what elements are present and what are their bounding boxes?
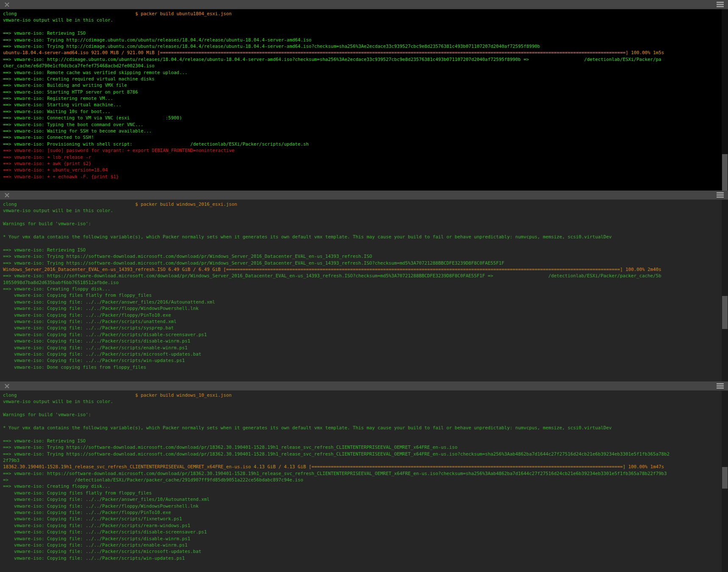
terminal-line: 2f79b3 <box>3 457 728 464</box>
terminal-text-segment: vmware-iso output will be in this color. <box>3 399 113 404</box>
terminal-line: vmware-iso: Copying files flatly from fl… <box>3 292 728 298</box>
terminal-text-segment: clong <box>3 202 17 207</box>
terminal-text-segment: ========================================… <box>160 50 626 55</box>
terminal-text-segment: Warnings for build 'vmware-iso': <box>3 221 91 227</box>
terminal-line: cker_cache/e6d790e1cf0dcbca7fefef75468ac… <box>3 63 728 69</box>
close-icon[interactable] <box>4 383 10 389</box>
terminal-text-segment: /detectionlab/ESXi/Packer/packer_cache/5… <box>548 273 661 279</box>
terminal-text-segment: ==> vmware-iso: Waiting 10s for boot... <box>3 109 111 114</box>
scrollbar[interactable] <box>722 200 728 381</box>
terminal-line: vmware-iso: Copying file: ../../Packer/s… <box>3 338 728 344</box>
terminal-line: Windows_Server_2016_Datacenter_EVAL_en-u… <box>3 266 728 273</box>
terminal-text-segment: ==> vmware-iso: https://software-downloa… <box>3 471 667 476</box>
terminal-text-segment: ==> vmware-iso: Starting HTTP server on … <box>3 89 138 95</box>
menu-icon[interactable] <box>717 2 724 7</box>
terminal-text-segment: /detectionlab/ESXi/Packer/packer_cache/2… <box>75 477 303 483</box>
terminal-text-segment: ==> vmware-iso: Typing the boot command … <box>3 122 144 127</box>
terminal-line: vmware-iso: Copying files flatly from fl… <box>3 490 728 496</box>
terminal-text-segment: ==> vmware-iso: Provisioning with shell … <box>3 141 133 147</box>
terminal-text-segment: ==> vmware-iso: Creating floppy disk... <box>3 286 111 292</box>
terminal-text-segment: ==> vmware-iso: Trying http://cdimage.ub… <box>3 37 311 43</box>
terminal-line: ==> vmware-iso: [sudo] password for vagr… <box>3 147 728 154</box>
terminal-line: vmware-iso: Copying file: ../../Packer/a… <box>3 496 728 503</box>
terminal-text-segment: $ packer build windows_10_esxi.json <box>135 392 232 398</box>
terminal-line: vmware-iso: Copying file: ../../Packer/s… <box>3 345 728 351</box>
terminal-text-segment <box>17 11 136 17</box>
terminal-text-segment: 18362.30.190401-1528.19h1_release_svc_re… <box>3 464 311 470</box>
terminal-line: ==> vmware-iso: Trying https://software-… <box>3 451 728 457</box>
terminal-text-segment: ========================================… <box>311 464 623 470</box>
terminal-text-segment: ==> vmware-iso: Retrieving ISO <box>3 247 86 253</box>
menu-icon[interactable] <box>717 383 724 389</box>
terminal-line: ==> vmware-iso: Retrieving ISO <box>3 438 728 444</box>
terminal-output-ubuntu1804[interactable]: clong $ packer build ubuntu1804_esxi.jso… <box>0 9 728 191</box>
terminal-line: ==> vmware-iso: + + echoawk -F. {print $… <box>3 174 728 180</box>
terminal-line: 1055098d7ba8d2d635babf6bb76518512afbde.i… <box>3 279 728 286</box>
scrollbar-thumb[interactable] <box>722 296 728 329</box>
terminal-line <box>3 24 728 30</box>
terminal-text-segment: vmware-iso: Copying file: ../../Packer/s… <box>3 338 190 344</box>
terminal-line: vmware-iso: Copying file: ../../Packer/s… <box>3 318 728 325</box>
terminal-line: vmware-iso: Copying file: ../../Packer/s… <box>3 536 728 542</box>
terminal-output-windows10[interactable]: clong $ packer build windows_10_esxi.jso… <box>0 391 728 572</box>
terminal-output-windows2016[interactable]: clong $ packer build windows_2016_esxi.j… <box>0 200 728 381</box>
terminal-text-segment: ubuntu-18.04.4-server-amd64.iso 921.00 M… <box>3 50 160 55</box>
terminal-line: ubuntu-18.04.4-server-amd64.iso 921.00 M… <box>3 50 728 56</box>
terminal-line: vmware-iso: Copying file: ../../Packer/s… <box>3 357 728 364</box>
scrollbar-thumb[interactable] <box>722 467 728 489</box>
terminal-text-segment: vmware-iso: Copying file: ../../Packer/f… <box>3 306 199 311</box>
terminal-text-segment: ==> vmware-iso: Trying https://software-… <box>3 445 458 450</box>
terminal-line: vmware-iso output will be in this color. <box>3 207 728 214</box>
terminal-line: vmware-iso: Copying file: ../../Packer/f… <box>3 305 728 312</box>
terminal-text-segment: ==> vmware-iso: [sudo] password for vagr… <box>3 148 234 153</box>
terminal-line: ==> vmware-iso: Connected to SSH! <box>3 134 728 141</box>
terminal-line: vmware-iso: Done copying files from flop… <box>3 364 728 370</box>
terminal-text-segment <box>130 115 166 121</box>
terminal-text-segment: ==> vmware-iso: Building and writing VMX… <box>3 83 127 88</box>
terminal-text-segment: :5900) <box>166 115 182 121</box>
terminal-line: ==> vmware-iso: Retrieving ISO <box>3 247 728 253</box>
terminal-text-segment: /detectionlab/ESXi/Packer/pa <box>584 57 661 62</box>
terminal-line: ==> vmware-iso: Trying http://cdimage.ub… <box>3 37 728 43</box>
terminal-line: vmware-iso: Copying file: ../../Packer/s… <box>3 351 728 357</box>
terminal-line <box>3 418 728 425</box>
terminal-text-segment: vmware-iso output will be in this color. <box>3 208 113 213</box>
scrollbar[interactable] <box>722 391 728 572</box>
terminal-line: vmware-iso output will be in this color. <box>3 398 728 405</box>
scrollbar-thumb[interactable] <box>722 154 728 191</box>
scrollbar[interactable] <box>722 9 728 191</box>
terminal-text-segment: ==> vmware-iso: Starting virtual machine… <box>3 102 122 108</box>
terminal-text-segment: clong <box>3 11 17 17</box>
terminal-line <box>3 405 728 412</box>
terminal-line: vmware-iso: Copying file: ../../Packer/s… <box>3 325 728 331</box>
terminal-text-segment: vmware-iso: Copying file: ../../Packer/s… <box>3 536 190 542</box>
terminal-text-segment: Windows_Server_2016_Datacenter_EVAL_en-u… <box>3 267 226 272</box>
terminal-window-stack: clong $ packer build ubuntu1804_esxi.jso… <box>0 0 728 572</box>
terminal-line: ==> vmware-iso: Trying http://cdimage.ub… <box>3 43 728 50</box>
close-icon[interactable] <box>4 192 10 198</box>
terminal-text-segment: ==> vmware-iso: Trying http://cdimage.ub… <box>3 44 540 49</box>
terminal-text-segment: ==> vmware-iso: Connected to SSH! <box>3 135 94 140</box>
terminal-text-segment: => <box>3 477 8 483</box>
terminal-text-segment: ==> vmware-iso: Retrieving ISO <box>3 30 86 36</box>
terminal-line: vmware-iso: Copying file: ../../Packer/s… <box>3 542 728 548</box>
terminal-text-segment <box>17 202 136 207</box>
terminal-text-segment: ==> vmware-iso: Connecting to VM via VNC… <box>3 115 130 121</box>
terminal-text-segment <box>493 273 548 279</box>
terminal-pane-ubuntu1804: clong $ packer build ubuntu1804_esxi.jso… <box>0 0 728 191</box>
terminal-text-segment: vmware-iso: Copying file: ../../Packer/a… <box>3 299 215 305</box>
terminal-text-segment: ==> vmware-iso: Trying https://software-… <box>3 254 372 259</box>
close-icon[interactable] <box>4 2 10 7</box>
terminal-text-segment: vmware-iso: Copying file: ../../Packer/f… <box>3 503 199 509</box>
terminal-text-segment: vmware-iso: Copying file: ../../Packer/s… <box>3 555 185 561</box>
menu-icon[interactable] <box>717 192 724 198</box>
terminal-text-segment: vmware-iso: Copying file: ../../Packer/s… <box>3 319 177 324</box>
terminal-line: ==> vmware-iso: https://software-downloa… <box>3 470 728 477</box>
terminal-line: vmware-iso output will be in this color. <box>3 17 728 23</box>
terminal-text-segment: ========================================… <box>226 267 620 272</box>
terminal-text-segment: vmware-iso: Copying file: ../../Packer/f… <box>3 312 171 318</box>
terminal-line: ==> vmware-iso: Trying https://software-… <box>3 253 728 260</box>
terminal-line: => /detectionlab/ESXi/Packer/packer_cach… <box>3 477 728 483</box>
terminal-line <box>3 214 728 221</box>
terminal-text-segment: ==> vmware-iso: Registering remote VM... <box>3 96 113 101</box>
